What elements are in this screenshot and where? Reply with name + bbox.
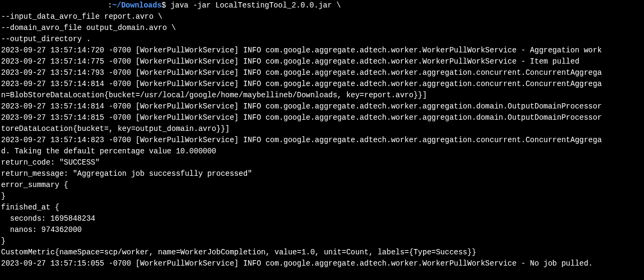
- command-text-1: java -jar LocalTestingTool_2.0.0.jar \: [171, 1, 341, 10]
- log-line: nanos: 974362000: [1, 224, 643, 236]
- log-text: 2023-09-27 13:57:15:055 -0700 [WorkerPul…: [1, 259, 593, 268]
- prompt-path: ~/Downloads: [112, 1, 161, 10]
- log-line: error_summary {: [1, 180, 643, 191]
- log-line: n=BlobStoreDataLocation{bucket=/usr/loca…: [1, 90, 643, 101]
- redacted-hostname: ████████████████████████: [1, 0, 108, 11]
- command-line-3: --domain_avro_file output_domain.avro \: [1, 22, 643, 34]
- log-line: seconds: 1695848234: [1, 213, 643, 224]
- command-line-4: --output_directory .: [1, 34, 643, 45]
- command-line-2: --input_data_avro_file report.avro \: [1, 11, 643, 22]
- log-line: d. Taking the default percentage value 1…: [1, 146, 643, 157]
- log-line: toreDataLocation{bucket=, key=output_dom…: [1, 123, 643, 135]
- log-line: return_message: "Aggregation job success…: [1, 168, 643, 180]
- log-line: finished_at {: [1, 202, 643, 213]
- log-line: 2023-09-27 13:57:14:823 -0700 [WorkerPul…: [1, 135, 643, 146]
- log-line: 2023-09-27 13:57:14:793 -0700 [WorkerPul…: [1, 67, 643, 79]
- log-line: }: [1, 236, 643, 247]
- log-line: 2023-09-27 13:57:15:055 -0700 [WorkerPul…: [1, 258, 643, 269]
- terminal-output[interactable]: ████████████████████████:~/Downloads$ ja…: [0, 0, 644, 269]
- log-line: 2023-09-27 13:57:14:815 -0700 [WorkerPul…: [1, 112, 643, 123]
- log-line: 2023-09-27 13:57:14:814 -0700 [WorkerPul…: [1, 79, 643, 90]
- log-line: 2023-09-27 13:57:14:775 -0700 [WorkerPul…: [1, 56, 643, 67]
- prompt-dollar: $: [162, 1, 171, 10]
- log-line: }: [1, 191, 643, 202]
- log-line: return_code: "SUCCESS": [1, 157, 643, 168]
- prompt-line: ████████████████████████:~/Downloads$ ja…: [1, 0, 643, 11]
- log-line: 2023-09-27 13:57:14:720 -0700 [WorkerPul…: [1, 45, 643, 56]
- log-line: CustomMetric{nameSpace=scp/worker, name=…: [1, 247, 643, 258]
- log-line: 2023-09-27 13:57:14:814 -0700 [WorkerPul…: [1, 101, 643, 112]
